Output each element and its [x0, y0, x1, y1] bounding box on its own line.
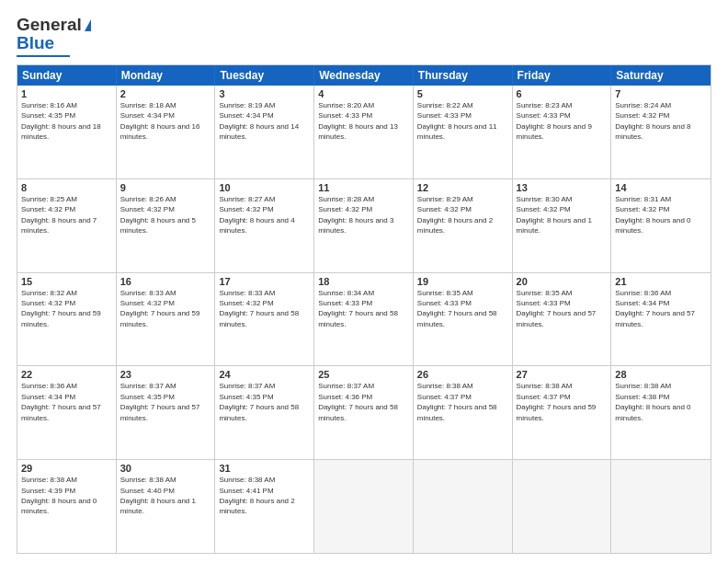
cal-cell: 26Sunrise: 8:38 AMSunset: 4:37 PMDayligh…: [414, 366, 513, 459]
cal-cell: 17Sunrise: 8:33 AMSunset: 4:32 PMDayligh…: [215, 273, 314, 366]
header: General Blue: [17, 15, 711, 57]
cal-cell: 13Sunrise: 8:30 AMSunset: 4:32 PMDayligh…: [513, 179, 612, 272]
cell-text: Sunrise: 8:24 AMSunset: 4:32 PMDaylight:…: [615, 101, 690, 141]
cell-text: Sunrise: 8:16 AMSunset: 4:35 PMDaylight:…: [21, 101, 101, 141]
day-number: 7: [615, 88, 707, 99]
cal-cell: [414, 460, 513, 553]
calendar: SundayMondayTuesdayWednesdayThursdayFrid…: [17, 64, 711, 554]
logo-general: General: [17, 15, 82, 35]
day-number: 1: [21, 88, 112, 99]
day-header-thursday: Thursday: [414, 65, 513, 86]
cal-cell: 3Sunrise: 8:19 AMSunset: 4:34 PMDaylight…: [215, 86, 314, 178]
cell-text: Sunrise: 8:35 AMSunset: 4:33 PMDaylight:…: [517, 289, 597, 328]
day-number: 4: [318, 88, 409, 99]
page: General Blue SundayMondayTuesdayWednesda…: [0, 0, 728, 563]
cal-cell: 14Sunrise: 8:31 AMSunset: 4:32 PMDayligh…: [611, 179, 711, 272]
day-number: 10: [219, 182, 310, 193]
cell-text: Sunrise: 8:30 AMSunset: 4:32 PMDaylight:…: [517, 195, 592, 235]
day-header-tuesday: Tuesday: [215, 65, 314, 86]
cal-cell: 10Sunrise: 8:27 AMSunset: 4:32 PMDayligh…: [215, 179, 314, 272]
day-number: 13: [517, 182, 608, 193]
cell-text: Sunrise: 8:33 AMSunset: 4:32 PMDaylight:…: [120, 289, 200, 328]
cal-cell: 19Sunrise: 8:35 AMSunset: 4:33 PMDayligh…: [414, 273, 513, 366]
logo: General Blue: [17, 15, 91, 57]
day-header-monday: Monday: [117, 65, 216, 86]
cal-cell: 20Sunrise: 8:35 AMSunset: 4:33 PMDayligh…: [513, 273, 612, 366]
cal-cell: 21Sunrise: 8:36 AMSunset: 4:34 PMDayligh…: [611, 273, 711, 366]
day-number: 14: [615, 182, 707, 193]
week-row-2: 8Sunrise: 8:25 AMSunset: 4:32 PMDaylight…: [17, 178, 711, 272]
cal-cell: 30Sunrise: 8:38 AMSunset: 4:40 PMDayligh…: [117, 460, 216, 553]
week-row-1: 1Sunrise: 8:16 AMSunset: 4:35 PMDaylight…: [17, 86, 711, 178]
cal-cell: 6Sunrise: 8:23 AMSunset: 4:33 PMDaylight…: [513, 86, 612, 178]
cell-text: Sunrise: 8:38 AMSunset: 4:38 PMDaylight:…: [615, 382, 690, 421]
cal-cell: 2Sunrise: 8:18 AMSunset: 4:34 PMDaylight…: [117, 86, 216, 178]
day-number: 3: [219, 88, 310, 99]
cell-text: Sunrise: 8:38 AMSunset: 4:41 PMDaylight:…: [219, 476, 294, 515]
cal-cell: 7Sunrise: 8:24 AMSunset: 4:32 PMDaylight…: [611, 86, 711, 178]
day-header-sunday: Sunday: [17, 65, 117, 86]
day-number: 12: [417, 182, 508, 193]
cell-text: Sunrise: 8:37 AMSunset: 4:36 PMDaylight:…: [318, 382, 398, 421]
cell-text: Sunrise: 8:34 AMSunset: 4:33 PMDaylight:…: [318, 289, 398, 328]
week-row-5: 29Sunrise: 8:38 AMSunset: 4:39 PMDayligh…: [17, 459, 711, 553]
day-number: 24: [219, 369, 310, 380]
day-number: 19: [417, 276, 508, 287]
day-number: 5: [417, 88, 508, 99]
cell-text: Sunrise: 8:38 AMSunset: 4:39 PMDaylight:…: [21, 476, 97, 515]
calendar-header: SundayMondayTuesdayWednesdayThursdayFrid…: [17, 65, 711, 86]
day-number: 25: [318, 369, 409, 380]
cell-text: Sunrise: 8:31 AMSunset: 4:32 PMDaylight:…: [615, 195, 690, 235]
cal-cell: 15Sunrise: 8:32 AMSunset: 4:32 PMDayligh…: [17, 273, 117, 366]
cell-text: Sunrise: 8:35 AMSunset: 4:33 PMDaylight:…: [417, 289, 497, 328]
day-number: 29: [21, 463, 112, 474]
cal-cell: 5Sunrise: 8:22 AMSunset: 4:33 PMDaylight…: [414, 86, 513, 178]
cal-cell: 11Sunrise: 8:28 AMSunset: 4:32 PMDayligh…: [314, 179, 414, 272]
cell-text: Sunrise: 8:26 AMSunset: 4:32 PMDaylight:…: [120, 195, 196, 235]
day-number: 18: [318, 276, 409, 287]
day-number: 9: [120, 182, 211, 193]
cell-text: Sunrise: 8:38 AMSunset: 4:37 PMDaylight:…: [417, 382, 497, 421]
cal-cell: 22Sunrise: 8:36 AMSunset: 4:34 PMDayligh…: [17, 366, 117, 459]
cell-text: Sunrise: 8:20 AMSunset: 4:33 PMDaylight:…: [318, 101, 398, 141]
cal-cell: 18Sunrise: 8:34 AMSunset: 4:33 PMDayligh…: [314, 273, 414, 366]
cell-text: Sunrise: 8:33 AMSunset: 4:32 PMDaylight:…: [219, 289, 299, 328]
cell-text: Sunrise: 8:38 AMSunset: 4:40 PMDaylight:…: [120, 476, 196, 515]
day-number: 21: [615, 276, 707, 287]
cell-text: Sunrise: 8:37 AMSunset: 4:35 PMDaylight:…: [219, 382, 299, 421]
cal-cell: 24Sunrise: 8:37 AMSunset: 4:35 PMDayligh…: [215, 366, 314, 459]
cell-text: Sunrise: 8:28 AMSunset: 4:32 PMDaylight:…: [318, 195, 393, 235]
cal-cell: 31Sunrise: 8:38 AMSunset: 4:41 PMDayligh…: [215, 460, 314, 553]
cell-text: Sunrise: 8:36 AMSunset: 4:34 PMDaylight:…: [21, 382, 101, 421]
cell-text: Sunrise: 8:22 AMSunset: 4:33 PMDaylight:…: [417, 101, 497, 141]
day-number: 23: [120, 369, 211, 380]
day-number: 31: [219, 463, 310, 474]
cell-text: Sunrise: 8:36 AMSunset: 4:34 PMDaylight:…: [615, 289, 695, 328]
day-number: 26: [417, 369, 508, 380]
cell-text: Sunrise: 8:27 AMSunset: 4:32 PMDaylight:…: [219, 195, 294, 235]
cell-text: Sunrise: 8:25 AMSunset: 4:32 PMDaylight:…: [21, 195, 97, 235]
day-number: 27: [517, 369, 608, 380]
cal-cell: 27Sunrise: 8:38 AMSunset: 4:37 PMDayligh…: [513, 366, 612, 459]
cal-cell: [513, 460, 612, 553]
cell-text: Sunrise: 8:18 AMSunset: 4:34 PMDaylight:…: [120, 101, 200, 141]
cal-cell: 23Sunrise: 8:37 AMSunset: 4:35 PMDayligh…: [117, 366, 216, 459]
cal-cell: [314, 460, 414, 553]
cell-text: Sunrise: 8:29 AMSunset: 4:32 PMDaylight:…: [417, 195, 493, 235]
cal-cell: [611, 460, 711, 553]
day-number: 22: [21, 369, 112, 380]
cal-cell: 28Sunrise: 8:38 AMSunset: 4:38 PMDayligh…: [611, 366, 711, 459]
cell-text: Sunrise: 8:37 AMSunset: 4:35 PMDaylight:…: [120, 382, 200, 421]
cal-cell: 25Sunrise: 8:37 AMSunset: 4:36 PMDayligh…: [314, 366, 414, 459]
day-number: 15: [21, 276, 112, 287]
logo-underline: [17, 55, 70, 57]
day-header-friday: Friday: [513, 65, 612, 86]
logo-blue: Blue: [17, 33, 54, 53]
day-number: 2: [120, 88, 211, 99]
calendar-body: 1Sunrise: 8:16 AMSunset: 4:35 PMDaylight…: [17, 86, 711, 553]
cell-text: Sunrise: 8:32 AMSunset: 4:32 PMDaylight:…: [21, 289, 101, 328]
week-row-4: 22Sunrise: 8:36 AMSunset: 4:34 PMDayligh…: [17, 365, 711, 459]
cal-cell: 12Sunrise: 8:29 AMSunset: 4:32 PMDayligh…: [414, 179, 513, 272]
cal-cell: 8Sunrise: 8:25 AMSunset: 4:32 PMDaylight…: [17, 179, 117, 272]
day-header-wednesday: Wednesday: [314, 65, 414, 86]
